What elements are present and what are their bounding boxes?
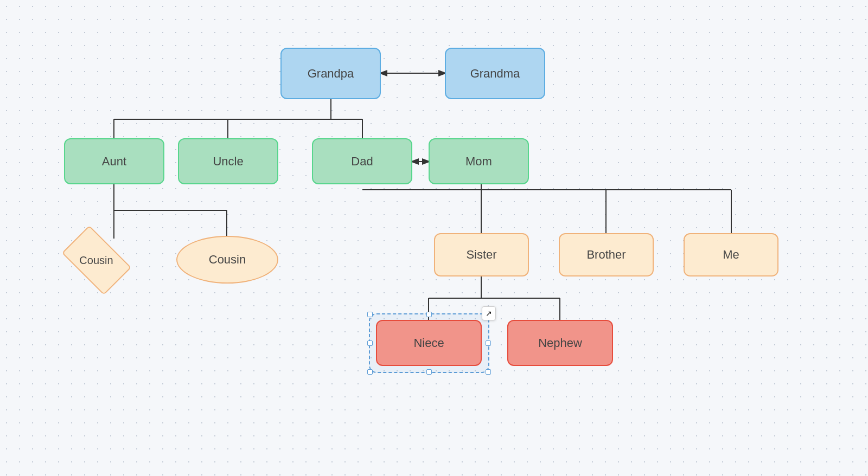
brother-node[interactable]: Brother [559, 233, 654, 276]
dad-label: Dad [351, 155, 373, 169]
diagram-canvas[interactable]: Grandpa Grandma Aunt Uncle Dad Mom Cousi… [0, 0, 868, 476]
grandma-label: Grandma [470, 67, 520, 81]
mom-node[interactable]: Mom [429, 138, 529, 184]
cousin1-label: Cousin [79, 254, 113, 267]
dad-node[interactable]: Dad [312, 138, 412, 184]
resize-handle-bl[interactable] [367, 369, 373, 375]
mom-label: Mom [465, 155, 492, 169]
sister-label: Sister [466, 248, 496, 262]
niece-label: Niece [413, 336, 444, 350]
me-label: Me [723, 248, 739, 262]
resize-handle-br[interactable] [486, 369, 491, 375]
niece-node[interactable]: Niece [376, 320, 482, 366]
brother-label: Brother [586, 248, 626, 262]
cousin2-node[interactable]: Cousin [176, 236, 278, 284]
grandma-node[interactable]: Grandma [445, 48, 545, 99]
nephew-node[interactable]: Nephew [507, 320, 613, 366]
uncle-label: Uncle [213, 155, 243, 169]
resize-handle-ml[interactable] [367, 340, 373, 346]
grandpa-label: Grandpa [308, 67, 354, 81]
aunt-node[interactable]: Aunt [64, 138, 164, 184]
resize-handle-tm[interactable] [426, 312, 432, 317]
uncle-node[interactable]: Uncle [178, 138, 278, 184]
nephew-label: Nephew [538, 336, 582, 350]
me-node[interactable]: Me [684, 233, 778, 276]
resize-handle-mr[interactable] [486, 340, 491, 346]
cousin2-label: Cousin [209, 253, 246, 267]
aunt-label: Aunt [102, 155, 126, 169]
cousin1-node[interactable]: Cousin [57, 233, 136, 287]
sister-node[interactable]: Sister [434, 233, 529, 276]
grandpa-node[interactable]: Grandpa [280, 48, 381, 99]
resize-handle-bm[interactable] [426, 369, 432, 375]
resize-handle-tl[interactable] [367, 312, 373, 317]
context-menu-icon[interactable]: ↗ [482, 306, 496, 320]
